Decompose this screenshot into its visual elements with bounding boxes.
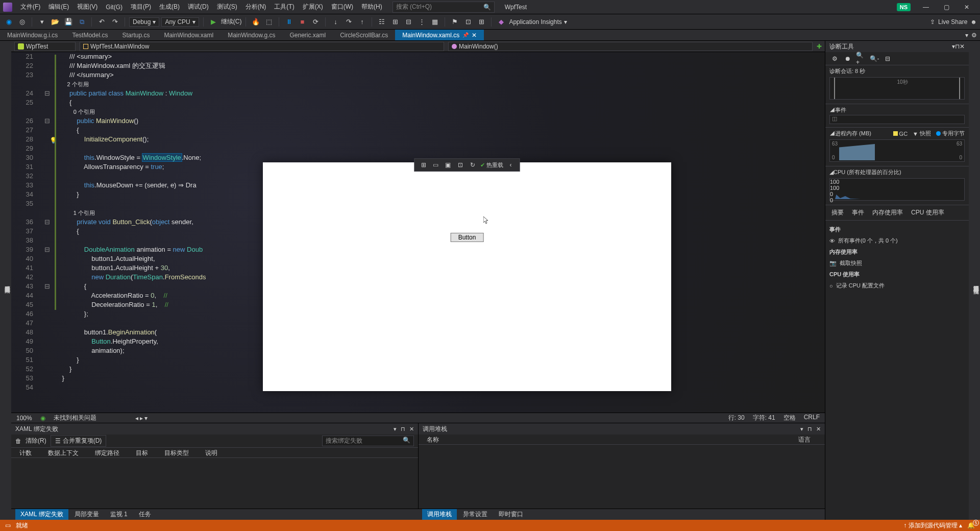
diag-tab[interactable]: 事件 (850, 207, 866, 218)
continue-label[interactable]: 继续(C) (221, 17, 242, 26)
bottom-tab[interactable]: 异常设置 (458, 509, 493, 520)
nav-back-icon[interactable]: ◉ (3, 16, 14, 28)
config-dropdown[interactable]: Debug▾ (129, 17, 159, 27)
tb-flag-icon[interactable]: ⚑ (449, 16, 460, 28)
eol-mode[interactable]: CRLF (804, 414, 820, 422)
tab-TestModel-cs[interactable]: TestModel.cs (65, 30, 115, 40)
menu-view[interactable]: 视图(V) (73, 1, 102, 13)
live-refresh-icon[interactable]: ↻ (468, 160, 477, 170)
menu-ext[interactable]: 扩展(X) (299, 1, 327, 13)
bottom-tab[interactable]: 任务 (134, 509, 156, 520)
close-button[interactable]: ✕ (957, 0, 977, 14)
tb-more-5[interactable]: ▦ (429, 16, 440, 28)
clear-label[interactable]: 清除(R) (26, 437, 46, 445)
panel-pin-icon[interactable]: ⊓ (401, 426, 405, 432)
pin-icon[interactable]: 📌 (462, 32, 469, 38)
wpf-button[interactable]: Button (451, 233, 484, 242)
undo-icon[interactable]: ↶ (96, 16, 107, 28)
diag-cpu-header[interactable]: ◢CPU (所有处理器的百分比) (829, 168, 965, 176)
col-name[interactable]: 名称 (423, 435, 793, 444)
live-collapse-icon[interactable]: ‹ (506, 160, 516, 170)
tb-more-2[interactable]: ⊞ (389, 16, 401, 28)
clear-icon[interactable]: 🗑 (15, 438, 21, 445)
running-app-window[interactable]: ⊞ ▭ ▣ ⊡ ↻ ✔热重载 ‹ Button (263, 162, 671, 391)
menu-analyze[interactable]: 分析(N) (241, 1, 271, 13)
panel-close-icon[interactable]: ✕ (816, 426, 821, 432)
step-into-icon[interactable]: ↓ (330, 16, 341, 28)
hot-reload-icon[interactable]: 🔥 (250, 16, 261, 28)
app-insights-label[interactable]: Application Insights (509, 18, 561, 26)
diag-zoom-in-icon[interactable]: 🔍+ (856, 54, 866, 64)
app-insights-chevron[interactable]: ▾ (564, 18, 567, 26)
app-insights-icon[interactable]: ◆ (496, 16, 507, 28)
live-share-icon[interactable]: ⇪ (930, 18, 935, 26)
hot-reload-status[interactable]: ✔热重载 (480, 161, 503, 169)
save-icon[interactable]: 💾 (63, 16, 74, 28)
col-lang[interactable]: 语言 (794, 435, 821, 444)
col-header[interactable]: 绑定路径 (91, 448, 130, 457)
bottom-tab[interactable]: 局部变量 (69, 509, 104, 520)
panel-pin-icon[interactable]: ⊓ (807, 426, 812, 432)
tb-more-4[interactable]: ⋮ (416, 16, 427, 28)
tb-icon-1[interactable]: ⬚ (263, 16, 275, 28)
tab-Generic-xaml[interactable]: Generic.xaml (283, 30, 333, 40)
live-select-icon[interactable]: ▭ (431, 160, 440, 170)
menu-test[interactable]: 测试(S) (213, 1, 241, 13)
save-all-icon[interactable]: ⧉ (76, 16, 87, 28)
user-badge[interactable]: NS (897, 3, 911, 11)
tab-CircleScrollBar-cs[interactable]: CircleScrollBar.cs (333, 30, 395, 40)
tb-more-1[interactable]: ☷ (376, 16, 387, 28)
live-tree-icon[interactable]: ⊞ (419, 160, 428, 170)
merge-button[interactable]: ☰ 合并重复项(D) (51, 435, 107, 447)
panel-close-icon[interactable]: ✕ (960, 43, 965, 50)
continue-button[interactable]: ▶ (208, 16, 219, 28)
tab-overflow-icon[interactable]: ▾ (965, 32, 968, 39)
snapshot-button[interactable]: 📷截取快照 (829, 258, 965, 269)
tb-more-7[interactable]: ⊞ (476, 16, 487, 28)
tab-Startup-cs[interactable]: Startup.cs (115, 30, 157, 40)
left-side-strip[interactable]: 服务器资源管理器 工具箱 (0, 41, 11, 520)
diag-tab[interactable]: 内存使用率 (870, 207, 905, 218)
platform-dropdown[interactable]: Any CPU▾ (161, 17, 199, 27)
tab-MainWindow-xaml-cs[interactable]: MainWindow.xaml.cs📌✕ (395, 30, 484, 40)
menu-edit[interactable]: 编辑(E) (44, 1, 73, 13)
diag-mem-header[interactable]: ◢进程内存 (MB) (829, 130, 871, 137)
notifications-button[interactable]: 🔔5 (967, 522, 975, 529)
indent-mode[interactable]: 空格 (783, 414, 796, 422)
nav-fwd-icon[interactable]: ◎ (16, 16, 28, 28)
tab-MainWindow-g-cs[interactable]: MainWindow.g.cs (220, 30, 282, 40)
col-header[interactable]: 说明 (201, 448, 228, 457)
menu-build[interactable]: 生成(B) (155, 1, 184, 13)
live-share-label[interactable]: Live Share (938, 18, 967, 26)
nav-project-dropdown[interactable]: WpfTest (14, 42, 76, 51)
panel-dropdown-icon[interactable]: ▾ (394, 426, 397, 432)
new-file-icon[interactable]: ▾ (36, 16, 47, 28)
stop-icon[interactable]: ■ (297, 16, 308, 28)
zoom-dropdown[interactable]: 100% (16, 415, 32, 422)
menu-git[interactable]: Git(G) (102, 2, 127, 13)
global-search-input[interactable]: 搜索 (Ctrl+Q) 🔍 (393, 2, 495, 13)
memory-graph[interactable]: 6363 00 (829, 139, 965, 162)
all-events-link[interactable]: 👁所有事件(0 个，共 0 个) (829, 235, 965, 246)
menu-file[interactable]: 文件(F) (16, 1, 44, 13)
redo-icon[interactable]: ↷ (109, 16, 120, 28)
menu-debug[interactable]: 调试(D) (184, 1, 213, 13)
tab-MainWindow-xaml[interactable]: MainWindow.xaml (157, 30, 220, 40)
diag-settings-icon[interactable]: ⚙ (829, 54, 840, 64)
panel-close-icon[interactable]: ✕ (409, 426, 414, 432)
maximize-button[interactable]: ▢ (936, 0, 957, 14)
cpu-graph[interactable]: 100100 00 (829, 178, 965, 201)
step-out-icon[interactable]: ↑ (356, 16, 368, 28)
bottom-tab[interactable]: 即时窗口 (494, 509, 528, 520)
minimize-button[interactable]: — (916, 0, 936, 14)
live-track-icon[interactable]: ⊡ (456, 160, 465, 170)
open-icon[interactable]: 📂 (50, 16, 61, 28)
right-side-strip[interactable]: 解决方案资源管理器 通知 属性 (969, 41, 980, 520)
tab-settings-icon[interactable]: ⚙ (971, 32, 977, 39)
bottom-tab[interactable]: 监视 1 (105, 509, 133, 520)
col-header[interactable]: 计数 (15, 448, 42, 457)
tab-MainWindow-g-i-cs[interactable]: MainWindow.g.i.cs (0, 30, 65, 40)
diag-events-header[interactable]: ◢事件 (829, 106, 965, 114)
col-header[interactable]: 目标类型 (160, 448, 199, 457)
live-layout-icon[interactable]: ▣ (444, 160, 453, 170)
